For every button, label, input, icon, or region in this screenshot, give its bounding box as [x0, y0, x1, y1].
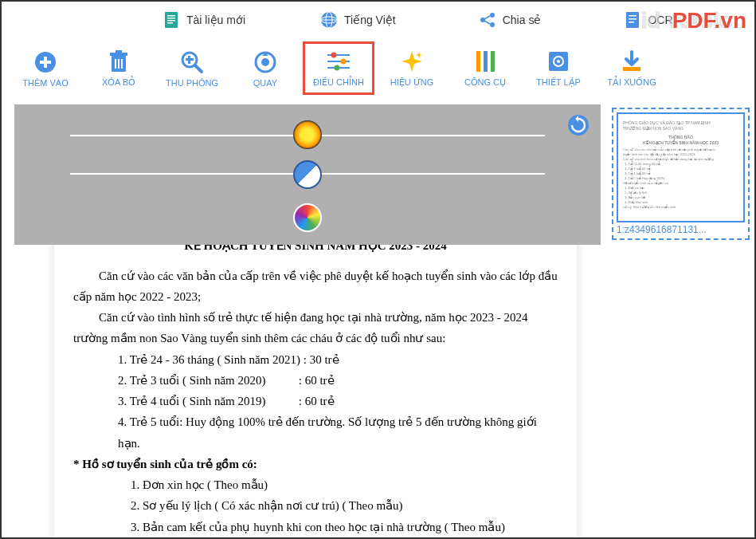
svg-rect-15	[629, 15, 637, 17]
svg-rect-3	[167, 20, 175, 22]
doc-sub-item: 3. Bản cam kết của phụ huynh khi con the…	[73, 517, 558, 537]
thumbnails-panel: PHÒNG GIÁO DỤC VÀ ĐÀO TẠO TP NAM ĐỊNHTRƯ…	[607, 103, 754, 539]
effect-label: HIỆU ỨNG	[390, 77, 434, 88]
trash-icon	[106, 49, 131, 74]
svg-rect-41	[491, 51, 495, 72]
svg-point-38	[335, 65, 340, 71]
new-document-label: Tài liệu mới	[186, 14, 245, 26]
doc-list-item: 3. Trẻ 4 tuổi ( Sinh năm 2019) : 60 trẻ	[73, 391, 558, 411]
download-label: TẢI XUỐNG	[607, 77, 656, 88]
download-icon	[619, 49, 644, 74]
ocr-icon	[624, 11, 641, 29]
svg-rect-20	[40, 61, 51, 64]
language-button[interactable]: Tiếng Việt	[311, 8, 405, 32]
svg-rect-1	[167, 15, 175, 17]
download-tool[interactable]: TẢI XUỐNG	[596, 41, 668, 95]
svg-rect-45	[623, 67, 640, 71]
rotate-tool[interactable]: QUAY	[229, 41, 301, 95]
brightness-slider-handle[interactable]	[293, 120, 322, 149]
reset-button[interactable]	[567, 114, 590, 136]
svg-line-13	[484, 21, 490, 24]
remove-tool[interactable]: XÓA BỎ	[83, 41, 155, 95]
settings-label: THIẾT LẬP	[536, 77, 581, 88]
svg-rect-17	[629, 22, 634, 23]
saturation-slider-handle[interactable]	[293, 203, 322, 232]
add-tool[interactable]: THÊM VÀO	[10, 41, 81, 95]
add-label: THÊM VÀO	[22, 78, 68, 88]
svg-point-32	[261, 58, 269, 66]
top-menu-bar: Tài liệu mới Tiếng Việt Chia sẻ OCR id v…	[2, 2, 754, 38]
sliders-icon	[326, 49, 351, 74]
doc-list-item: 2. Trẻ 3 tuổi ( Sinh năm 2020) : 60 trẻ	[73, 370, 558, 391]
document-icon	[163, 11, 180, 29]
doc-sub-item: 2. Sơ yếu lý lịch ( Có xác nhận nơi cư t…	[73, 495, 558, 516]
contrast-slider-handle[interactable]	[293, 160, 322, 189]
svg-rect-16	[629, 18, 637, 20]
svg-rect-39	[476, 51, 480, 72]
sparkle-icon	[399, 49, 425, 74]
zoom-label: THU PHÓNG	[166, 78, 218, 88]
svg-point-9	[480, 18, 485, 22]
rotate-label: QUAY	[253, 78, 277, 88]
language-label: Tiếng Việt	[344, 14, 396, 26]
zoom-tool[interactable]: THU PHÓNG	[156, 41, 228, 95]
tools-tool[interactable]: CÔNG CỤ	[449, 41, 521, 95]
gear-icon	[546, 49, 571, 74]
doc-list-item: 4. Trẻ 5 tuổi: Huy động 100% trẻ đến trư…	[73, 411, 558, 454]
new-document-button[interactable]: Tài liệu mới	[153, 8, 255, 32]
svg-point-11	[490, 22, 495, 27]
magnifier-icon	[179, 49, 205, 75]
doc-section-head: * Hồ sơ tuyển sinh của trẻ gồm có:	[73, 454, 558, 474]
thumbnail-container: PHÒNG GIÁO DỤC VÀ ĐÀO TẠO TP NAM ĐỊNHTRƯ…	[612, 108, 750, 240]
svg-rect-30	[186, 58, 194, 61]
svg-line-12	[484, 16, 490, 19]
svg-line-28	[195, 65, 202, 72]
effect-tool[interactable]: HIỆU ỨNG	[376, 41, 448, 95]
svg-rect-23	[116, 50, 122, 53]
workspace: PHÒNG GIÁO DỤC VÀ ĐÀO TẠO TP NAM ĐỊ TRƯỜ…	[2, 103, 754, 539]
page-thumbnail[interactable]: PHÒNG GIÁO DỤC VÀ ĐÀO TẠO TP NAM ĐỊNHTRƯ…	[617, 112, 745, 222]
tools-icon	[472, 49, 498, 74]
svg-rect-24	[115, 59, 116, 69]
doc-body: Căn cứ vào các văn bản của cấp trên về v…	[73, 266, 558, 539]
svg-rect-25	[118, 59, 119, 69]
canvas-area: PHÒNG GIÁO DỤC VÀ ĐÀO TẠO TP NAM ĐỊ TRƯỜ…	[14, 103, 601, 539]
doc-para: Căn cứ vào tình hình số trẻ thực tế hiện…	[73, 307, 558, 349]
settings-tool[interactable]: THIẾT LẬP	[523, 41, 594, 95]
svg-rect-14	[626, 12, 639, 28]
doc-para: Căn cứ vào các văn bản của cấp trên về v…	[73, 266, 558, 308]
main-toolbar: THÊM VÀO XÓA BỎ THU PHÓNG QUAY ĐIỀU CHỈN…	[2, 38, 754, 103]
tools-label: CÔNG CỤ	[464, 77, 506, 88]
adjust-label: ĐIỀU CHỈNH	[313, 77, 364, 88]
add-icon	[33, 49, 58, 75]
svg-rect-2	[167, 18, 175, 19]
svg-rect-40	[484, 51, 488, 72]
doc-list-item: 1. Trẻ 24 - 36 tháng ( Sinh năm 2021) : …	[73, 349, 558, 370]
svg-point-44	[557, 60, 560, 63]
globe-icon	[320, 11, 338, 29]
share-icon	[479, 11, 496, 29]
svg-point-10	[490, 13, 495, 18]
share-label: Chia sẻ	[503, 14, 542, 26]
thumbnail-label: 1:z4349616871131...	[617, 224, 745, 235]
svg-rect-26	[121, 59, 123, 69]
share-button[interactable]: Chia sẻ	[469, 8, 551, 32]
doc-sub-item: 1. Đơn xin học ( Theo mẫu)	[73, 474, 558, 495]
logo: PDF.vn	[672, 8, 746, 33]
svg-rect-4	[167, 22, 173, 24]
rotate-icon	[253, 49, 278, 75]
svg-point-36	[341, 59, 347, 65]
svg-point-34	[331, 53, 337, 58]
adjust-tool[interactable]: ĐIỀU CHỈNH	[303, 41, 374, 95]
remove-label: XÓA BỎ	[102, 77, 135, 88]
